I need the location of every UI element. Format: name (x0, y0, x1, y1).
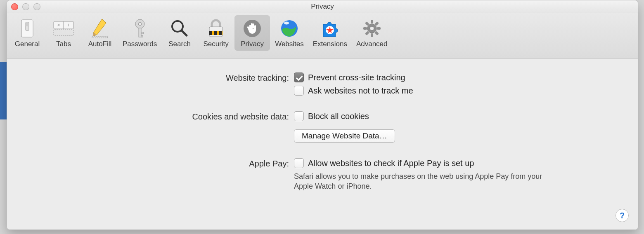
checkbox-label: Prevent cross-site tracking (308, 73, 405, 82)
preferences-toolbar: General × + Tabs (7, 13, 638, 58)
puzzle-icon (318, 17, 341, 40)
tab-label: Extensions (313, 40, 347, 48)
tab-tabs[interactable]: × + Tabs (46, 15, 81, 51)
close-window-button[interactable] (11, 3, 18, 10)
zoom-window-button[interactable] (33, 3, 40, 10)
gear-icon (360, 17, 384, 40)
manage-website-data-button[interactable]: Manage Website Data… (294, 129, 395, 143)
row-website-tracking: Website tracking: Prevent cross-site tra… (7, 73, 638, 96)
svg-rect-14 (141, 32, 144, 34)
svg-rect-7 (54, 30, 73, 35)
key-icon (128, 17, 152, 40)
svg-line-17 (182, 30, 187, 35)
checkbox-block-all-cookies[interactable]: Block all cookies (294, 111, 638, 121)
tab-label: Advanced (356, 40, 388, 48)
svg-rect-21 (214, 31, 217, 35)
svg-rect-10 (92, 36, 108, 38)
tab-websites[interactable]: Websites (271, 15, 308, 51)
checkbox-icon (294, 111, 304, 121)
label-website-tracking: Website tracking: (7, 73, 294, 83)
magnifier-icon (168, 17, 191, 40)
tab-privacy[interactable]: Privacy (234, 15, 270, 51)
checkbox-do-not-track[interactable]: Ask websites not to track me (294, 86, 638, 96)
svg-point-25 (284, 22, 289, 25)
checkbox-label: Allow websites to check if Apple Pay is … (308, 159, 474, 168)
checkbox-label: Ask websites not to track me (308, 86, 413, 96)
checkbox-label: Block all cookies (308, 112, 369, 121)
tab-label: AutoFill (88, 40, 112, 48)
tab-label: Websites (275, 40, 304, 48)
pencil-icon (88, 17, 111, 40)
minimize-window-button[interactable] (22, 3, 29, 10)
tab-label: General (15, 40, 40, 48)
checkbox-prevent-cross-site[interactable]: Prevent cross-site tracking (294, 73, 638, 82)
svg-rect-13 (139, 28, 141, 37)
tab-label: Passwords (123, 40, 157, 48)
label-cookies: Cookies and website data: (7, 111, 294, 122)
window-controls (11, 3, 40, 10)
tab-label: Tabs (56, 40, 71, 48)
tab-security[interactable]: Security (198, 15, 234, 51)
tab-passwords[interactable]: Passwords (118, 15, 161, 51)
help-button[interactable]: ? (616, 209, 629, 222)
background-strip (0, 62, 7, 119)
titlebar: Privacy (7, 0, 638, 13)
switch-icon (16, 17, 39, 40)
svg-rect-22 (219, 31, 222, 35)
tab-search[interactable]: Search (162, 15, 197, 51)
checkbox-icon (294, 73, 304, 82)
checkbox-icon (294, 86, 304, 96)
hand-icon (241, 17, 264, 40)
svg-text:+: + (67, 22, 70, 28)
globe-icon (278, 17, 301, 40)
checkbox-apple-pay-check[interactable]: Allow websites to check if Apple Pay is … (294, 158, 638, 168)
panel-body: Website tracking: Prevent cross-site tra… (7, 58, 638, 229)
row-apple-pay: Apple Pay: Allow websites to check if Ap… (7, 158, 638, 192)
tabs-icon: × + (52, 17, 75, 40)
svg-rect-2 (26, 22, 29, 26)
tab-advanced[interactable]: Advanced (352, 15, 392, 51)
svg-point-12 (138, 22, 142, 26)
preferences-window: Privacy General × + (7, 0, 638, 230)
svg-rect-15 (141, 35, 143, 37)
window-title: Privacy (311, 2, 334, 11)
svg-point-37 (370, 26, 374, 30)
svg-text:×: × (57, 22, 60, 28)
svg-rect-29 (371, 20, 373, 23)
tab-label: Search (168, 40, 191, 48)
svg-rect-32 (377, 27, 381, 30)
lock-icon (204, 17, 227, 40)
tab-extensions[interactable]: Extensions (309, 15, 351, 51)
apple-pay-help-text: Safari allows you to make purchases on t… (294, 171, 558, 192)
svg-rect-30 (371, 33, 373, 37)
svg-rect-20 (209, 31, 212, 35)
checkbox-icon (294, 158, 304, 168)
tab-general[interactable]: General (9, 15, 45, 51)
tab-label: Privacy (241, 40, 264, 48)
tab-autofill[interactable]: AutoFill (82, 15, 118, 51)
label-apple-pay: Apple Pay: (7, 158, 294, 168)
row-cookies: Cookies and website data: Block all cook… (7, 111, 638, 143)
svg-rect-31 (363, 27, 367, 30)
tab-label: Security (203, 40, 228, 48)
